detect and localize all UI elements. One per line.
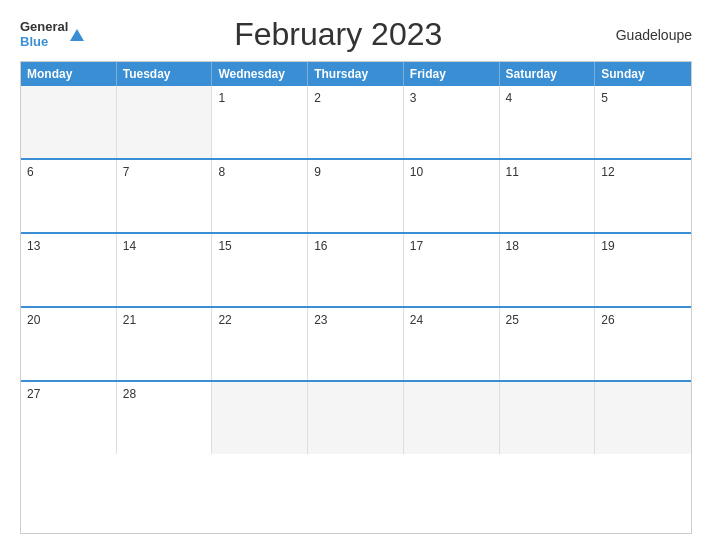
day-number: 2 — [314, 91, 321, 105]
calendar-header-cell: Tuesday — [117, 62, 213, 86]
day-number: 9 — [314, 165, 321, 179]
calendar-day-cell: 14 — [117, 234, 213, 306]
calendar-header-cell: Friday — [404, 62, 500, 86]
day-number: 11 — [506, 165, 519, 179]
calendar-day-cell: 24 — [404, 308, 500, 380]
day-number: 24 — [410, 313, 423, 327]
calendar-day-cell: 15 — [212, 234, 308, 306]
logo-blue: Blue — [20, 35, 68, 49]
calendar-week-row: 2728 — [21, 380, 691, 454]
calendar-day-cell: 4 — [500, 86, 596, 158]
calendar-day-cell: 16 — [308, 234, 404, 306]
day-number: 17 — [410, 239, 423, 253]
calendar-day-cell: 8 — [212, 160, 308, 232]
logo-triangle-icon — [70, 29, 84, 41]
calendar-day-cell — [117, 86, 213, 158]
day-number: 6 — [27, 165, 34, 179]
calendar-day-cell: 9 — [308, 160, 404, 232]
day-number: 25 — [506, 313, 519, 327]
day-number: 22 — [218, 313, 231, 327]
calendar-day-cell: 19 — [595, 234, 691, 306]
calendar-day-cell: 23 — [308, 308, 404, 380]
day-number: 26 — [601, 313, 614, 327]
day-number: 5 — [601, 91, 608, 105]
logo: General Blue — [20, 20, 84, 49]
calendar-day-cell: 27 — [21, 382, 117, 454]
calendar-header-cell: Sunday — [595, 62, 691, 86]
calendar-day-cell — [212, 382, 308, 454]
calendar-day-cell: 7 — [117, 160, 213, 232]
calendar-day-cell: 11 — [500, 160, 596, 232]
calendar-title: February 2023 — [84, 16, 592, 53]
calendar-header-cell: Saturday — [500, 62, 596, 86]
day-number: 15 — [218, 239, 231, 253]
calendar-day-cell — [500, 382, 596, 454]
calendar-day-cell: 25 — [500, 308, 596, 380]
day-number: 27 — [27, 387, 40, 401]
day-number: 23 — [314, 313, 327, 327]
logo-general: General — [20, 20, 68, 34]
calendar-body: 1234567891011121314151617181920212223242… — [21, 86, 691, 454]
day-number: 10 — [410, 165, 423, 179]
calendar-day-cell: 20 — [21, 308, 117, 380]
calendar-day-cell: 28 — [117, 382, 213, 454]
day-number: 19 — [601, 239, 614, 253]
day-number: 20 — [27, 313, 40, 327]
calendar-day-cell: 18 — [500, 234, 596, 306]
calendar-header-cell: Wednesday — [212, 62, 308, 86]
calendar-day-cell: 1 — [212, 86, 308, 158]
calendar-day-cell: 13 — [21, 234, 117, 306]
calendar-day-cell: 5 — [595, 86, 691, 158]
calendar-header-row: MondayTuesdayWednesdayThursdayFridaySatu… — [21, 62, 691, 86]
calendar-day-cell: 21 — [117, 308, 213, 380]
calendar-day-cell: 10 — [404, 160, 500, 232]
calendar-day-cell — [404, 382, 500, 454]
day-number: 13 — [27, 239, 40, 253]
calendar-header-cell: Thursday — [308, 62, 404, 86]
calendar-day-cell: 17 — [404, 234, 500, 306]
calendar-day-cell — [21, 86, 117, 158]
calendar-day-cell: 22 — [212, 308, 308, 380]
day-number: 14 — [123, 239, 136, 253]
page-header: General Blue February 2023 Guadeloupe — [20, 16, 692, 53]
calendar: MondayTuesdayWednesdayThursdayFridaySatu… — [20, 61, 692, 534]
region-label: Guadeloupe — [592, 27, 692, 43]
calendar-day-cell: 2 — [308, 86, 404, 158]
day-number: 28 — [123, 387, 136, 401]
calendar-week-row: 12345 — [21, 86, 691, 158]
calendar-week-row: 13141516171819 — [21, 232, 691, 306]
day-number: 8 — [218, 165, 225, 179]
calendar-header-cell: Monday — [21, 62, 117, 86]
calendar-week-row: 6789101112 — [21, 158, 691, 232]
calendar-day-cell: 26 — [595, 308, 691, 380]
day-number: 12 — [601, 165, 614, 179]
day-number: 4 — [506, 91, 513, 105]
calendar-day-cell — [595, 382, 691, 454]
day-number: 21 — [123, 313, 136, 327]
calendar-day-cell — [308, 382, 404, 454]
day-number: 3 — [410, 91, 417, 105]
calendar-day-cell: 6 — [21, 160, 117, 232]
day-number: 16 — [314, 239, 327, 253]
day-number: 7 — [123, 165, 130, 179]
calendar-week-row: 20212223242526 — [21, 306, 691, 380]
calendar-day-cell: 12 — [595, 160, 691, 232]
day-number: 18 — [506, 239, 519, 253]
calendar-day-cell: 3 — [404, 86, 500, 158]
day-number: 1 — [218, 91, 225, 105]
